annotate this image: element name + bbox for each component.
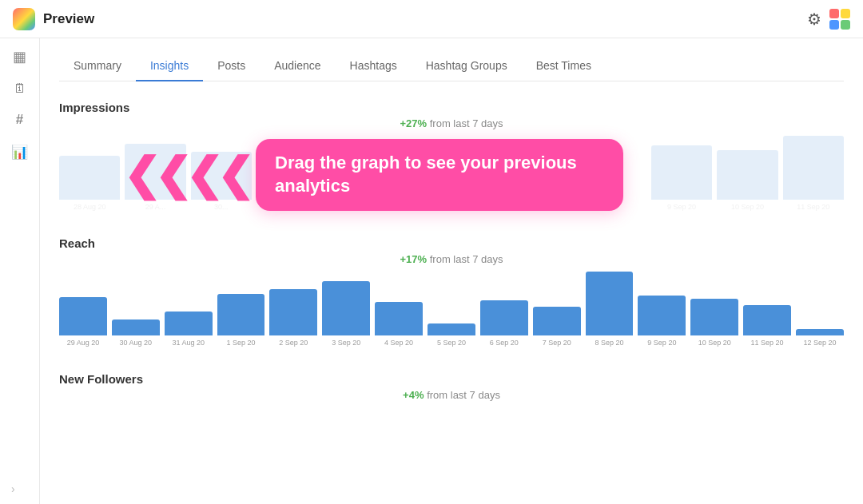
sidebar: ▦ 🗓 # 📊: [0, 38, 40, 504]
bar-group: 7 Sep 20: [533, 307, 581, 347]
bar-group: 3 Sep 20: [322, 281, 370, 347]
app-title: Preview: [43, 11, 94, 27]
bar-group: 11 Sep 20: [743, 305, 791, 347]
bar-group: 10 Sep 20: [690, 299, 738, 347]
tab-insights[interactable]: Insights: [136, 51, 203, 81]
reach-stat-value: +17%: [400, 253, 427, 265]
expand-arrow[interactable]: ›: [11, 482, 15, 496]
bar-label: 30 Aug 20: [120, 339, 153, 347]
bar-label: ...g 20: [343, 203, 363, 211]
bar-group: ...Sep 20: [388, 153, 449, 211]
bar-label: 29 A...: [145, 203, 166, 211]
impressions-bars: 28 Aug 2029 A...30...31......g 20...Sep …: [59, 139, 844, 211]
bar: [322, 281, 370, 335]
bar-label: ...Sep 20: [404, 203, 433, 211]
reach-chart[interactable]: 29 Aug 2030 Aug 2031 Aug 201 Sep 202 Sep…: [59, 275, 844, 347]
bar: [796, 329, 844, 335]
bar-group: 1 Sep 20: [217, 294, 265, 347]
color-tl: [829, 9, 839, 18]
bar-label: 11 Sep 20: [751, 339, 784, 347]
color-bl: [829, 20, 839, 30]
bar-label: 6 Sep 20: [490, 339, 519, 347]
sidebar-icon-analytics[interactable]: 📊: [11, 144, 28, 161]
tab-audience[interactable]: Audience: [260, 51, 335, 81]
reach-section: Reach +17% from last 7 days 29 Aug 2030 …: [59, 236, 844, 347]
reach-title: Reach: [59, 236, 844, 250]
bar-group: 28 Aug 20: [59, 156, 120, 211]
bar: [322, 142, 383, 200]
main-layout: ▦ 🗓 # 📊 Summary Insights Posts Audience …: [0, 38, 863, 504]
bar-group: 9 Sep 20: [638, 296, 686, 347]
bar: [257, 148, 317, 200]
impressions-stat: +27% from last 7 days: [59, 117, 844, 129]
nav-tabs: Summary Insights Posts Audience Hashtags…: [59, 38, 844, 81]
bar: [217, 294, 265, 335]
bar: [59, 297, 107, 335]
bar-group: 30 Aug 20: [112, 319, 160, 347]
header-left: Preview: [13, 8, 94, 30]
new-followers-stat-label: from last 7 days: [427, 389, 500, 401]
reach-bars: 29 Aug 2030 Aug 2031 Aug 201 Sep 202 Sep…: [59, 275, 844, 347]
impressions-title: Impressions: [59, 101, 844, 114]
gear-icon[interactable]: ⚙: [807, 10, 821, 29]
tab-posts[interactable]: Posts: [203, 51, 260, 81]
bar-label: 10 Sep 20: [731, 203, 764, 211]
bar: [533, 307, 581, 335]
color-tr: [841, 9, 850, 18]
tab-hashtags[interactable]: Hashtags: [336, 51, 412, 81]
bar-label: 9 Sep 20: [667, 203, 696, 211]
bar: [690, 299, 738, 335]
sidebar-icon-hashtag[interactable]: #: [16, 112, 23, 128]
bar: [269, 289, 317, 335]
reach-stat-label: from last 7 days: [430, 253, 503, 265]
tab-best-times[interactable]: Best Times: [522, 51, 606, 81]
bar-label: 31...: [280, 203, 294, 211]
bar: [191, 152, 252, 200]
bar-label: 28 Aug 20: [74, 203, 106, 211]
bar-label: 3 Sep 20: [332, 339, 360, 347]
bar: [783, 136, 844, 200]
bar-group: 4 Sep 20: [375, 302, 423, 347]
bar-group: 31 Aug 20: [165, 312, 213, 347]
bar: [112, 319, 160, 335]
impressions-chart[interactable]: 28 Aug 2029 A...30...31......g 20...Sep …: [59, 139, 844, 211]
bar-group: [586, 208, 646, 211]
color-grid-icon[interactable]: [829, 9, 850, 30]
bar-label: 7 Sep 20: [543, 339, 571, 347]
bar-label: 5 Sep 20: [437, 339, 466, 347]
bar-label: 11 Sep 20: [797, 203, 829, 211]
bar-group: 30...: [191, 152, 252, 211]
bar-label: 30...: [214, 203, 229, 211]
bar-group: 11 Sep 20: [783, 136, 844, 211]
sidebar-icon-grid[interactable]: ▦: [13, 48, 26, 65]
bar-label: 9 Sep 20: [647, 339, 676, 347]
new-followers-stat-value: +4%: [403, 389, 424, 401]
bar: [165, 312, 213, 335]
new-followers-section: New Followers +4% from last 7 days: [59, 372, 844, 401]
bar: [388, 153, 449, 200]
impressions-stat-value: +27%: [400, 117, 427, 129]
bar: [743, 305, 791, 335]
new-followers-title: New Followers: [59, 372, 844, 386]
new-followers-stat: +4% from last 7 days: [59, 389, 844, 401]
bar: [480, 300, 528, 335]
bar-group: 29 A...: [125, 144, 185, 211]
bar-label: 8 Sep 20: [595, 339, 624, 347]
bar-group: 9 Sep 20: [651, 145, 712, 211]
tab-hashtag-groups[interactable]: Hashtag Groups: [412, 51, 522, 81]
bar-group: 2 Sep 20: [269, 289, 317, 347]
sidebar-icon-calendar[interactable]: 🗓: [14, 81, 26, 96]
bar: [375, 302, 423, 335]
bar-group: [519, 208, 580, 211]
bar-label: 1 Sep 20: [226, 339, 255, 347]
tab-summary[interactable]: Summary: [59, 51, 136, 81]
bar-group: [454, 208, 515, 211]
bar-group: 10 Sep 20: [717, 150, 777, 211]
reach-stat: +17% from last 7 days: [59, 253, 844, 265]
bar-label: 29 Aug 20: [67, 339, 100, 347]
bar: [638, 296, 686, 335]
header-right: ⚙: [807, 9, 850, 30]
bar-label: 4 Sep 20: [384, 339, 413, 347]
bar: [651, 145, 712, 200]
bar-group: ...g 20: [322, 142, 383, 211]
